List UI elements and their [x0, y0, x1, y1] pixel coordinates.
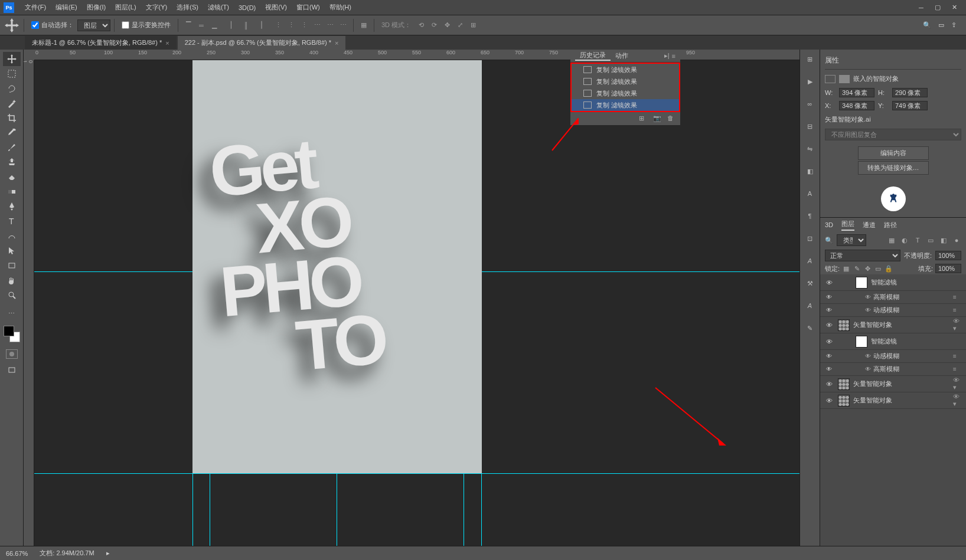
history-item[interactable]: 复制 滤镜效果 — [572, 99, 679, 111]
tab-layers[interactable]: 图层 — [841, 220, 854, 231]
align-right-icon[interactable]: ▕ — [253, 19, 266, 32]
brush-tool[interactable] — [3, 140, 21, 155]
distribute-icon[interactable]: ⋮ — [272, 19, 285, 32]
options-icon[interactable]: ⊞ — [804, 53, 816, 65]
align-left-icon[interactable]: ▏ — [227, 19, 240, 32]
magic-wand-tool[interactable] — [3, 96, 21, 110]
lasso-tool[interactable] — [3, 81, 21, 96]
distribute-icon[interactable]: ⋮ — [285, 19, 298, 32]
lock-paint-icon[interactable]: ✎ — [853, 264, 861, 273]
history-item[interactable]: 复制 滤镜效果 — [572, 64, 679, 76]
visibility-icon[interactable]: 👁 — [824, 338, 834, 345]
camera-icon[interactable]: 📷 — [653, 114, 661, 123]
canvas-area[interactable]: 0501001502002503003504004505005506006507… — [24, 50, 799, 546]
layer-row[interactable]: 👁👁动感模糊≡ — [820, 304, 966, 317]
auto-select-checkbox[interactable]: 自动选择： — [31, 21, 74, 30]
pen-tool[interactable] — [3, 199, 21, 214]
workspace-icon[interactable]: ▭ — [938, 21, 944, 29]
search-icon[interactable]: 🔍 — [825, 237, 833, 244]
menu-layer[interactable]: 图层(L) — [110, 3, 141, 12]
window-maximize-button[interactable]: ▢ — [929, 2, 946, 13]
guide-horizontal[interactable] — [34, 473, 799, 474]
tools-preset-icon[interactable]: ⚒ — [804, 277, 816, 289]
close-icon[interactable]: × — [165, 40, 169, 47]
distribute-icon[interactable]: ⋯ — [324, 19, 337, 32]
filter-pixel-icon[interactable]: ▦ — [887, 235, 896, 245]
marquee-tool[interactable] — [3, 67, 21, 81]
menu-window[interactable]: 窗口(W) — [292, 3, 325, 12]
align-hcenter-icon[interactable]: ║ — [240, 19, 253, 32]
x-input[interactable] — [839, 101, 874, 110]
filter-shape-icon[interactable]: ▭ — [926, 235, 935, 245]
lock-all-icon[interactable]: 🔒 — [885, 264, 893, 273]
edit-contents-button[interactable]: 编辑内容 — [858, 146, 929, 160]
visibility-icon[interactable]: 👁 — [824, 353, 834, 359]
character-icon[interactable]: A — [804, 188, 816, 199]
layer-comp-select[interactable]: 不应用图层复合 — [825, 129, 961, 140]
eyedropper-tool[interactable] — [3, 126, 21, 140]
window-close-button[interactable]: ✕ — [946, 2, 962, 13]
paragraph-icon[interactable]: ¶ — [804, 210, 816, 222]
threeD-icon[interactable]: ⤢ — [453, 19, 466, 32]
color-swatch[interactable] — [4, 326, 20, 342]
y-input[interactable] — [892, 101, 928, 110]
menu-icon[interactable]: ≡ — [672, 53, 675, 60]
filter-adjust-icon[interactable]: ◐ — [900, 235, 909, 245]
menu-3d[interactable]: 3D(D) — [234, 4, 260, 11]
embed-icon[interactable] — [839, 75, 850, 83]
doc-tab-2[interactable]: 222 - 副本.psd @ 66.7% (矢量智能对象, RGB/8#) * … — [178, 36, 346, 50]
layer-row[interactable]: 👁👁动感模糊≡ — [820, 350, 966, 363]
threeD-icon[interactable]: ⟲ — [415, 19, 427, 32]
tab-history[interactable]: 历史记录 — [575, 51, 611, 61]
threeD-icon[interactable]: ⟳ — [427, 19, 440, 32]
hand-tool[interactable] — [3, 273, 21, 287]
tab-actions[interactable]: 动作 — [611, 51, 633, 60]
menu-select[interactable]: 选择(S) — [172, 3, 203, 12]
quick-mask-icon[interactable] — [6, 349, 18, 359]
distribute-icon[interactable]: ⋯ — [337, 19, 350, 32]
filter-toggle-icon[interactable]: ● — [952, 235, 961, 245]
menu-filter[interactable]: 滤镜(T) — [203, 3, 234, 12]
height-input[interactable] — [892, 88, 928, 97]
distribute-icon[interactable]: ⋯ — [311, 19, 324, 32]
brush-icon[interactable]: ✎ — [804, 322, 816, 334]
auto-select-target[interactable]: 图层 — [77, 19, 110, 31]
fill-input[interactable] — [935, 264, 961, 273]
foreground-color[interactable] — [4, 326, 14, 336]
history-item[interactable]: 复制 滤镜效果 — [572, 76, 679, 87]
menu-file[interactable]: 文件(F) — [20, 3, 51, 12]
visibility-icon[interactable]: 👁 — [824, 322, 834, 329]
collapse-icon[interactable]: ▸| — [664, 52, 670, 60]
menu-help[interactable]: 帮助(H) — [325, 3, 356, 12]
filter-kind-select[interactable]: 类型 — [837, 234, 866, 246]
new-doc-icon[interactable]: ⊞ — [639, 114, 647, 123]
align-top-icon[interactable]: ▔ — [182, 19, 195, 32]
layer-row[interactable]: 👁智能滤镜 — [820, 333, 966, 350]
screen-mode[interactable] — [3, 363, 21, 378]
visibility-icon[interactable]: 👁 — [824, 397, 834, 404]
visibility-icon[interactable]: 👁 — [824, 381, 834, 388]
eraser-tool[interactable] — [3, 170, 21, 184]
search-icon[interactable]: 🔍 — [923, 21, 931, 29]
layer-row[interactable]: 👁矢量智能对象👁▾ — [820, 376, 966, 392]
shape-tool[interactable] — [3, 229, 21, 243]
crop-tool[interactable] — [3, 111, 21, 125]
zoom-tool[interactable] — [3, 288, 21, 302]
styles-icon[interactable]: ∞ — [804, 98, 816, 110]
filter-type-icon[interactable]: T — [913, 235, 922, 245]
visibility-icon[interactable]: 👁 — [824, 294, 834, 300]
path-select-tool[interactable] — [3, 244, 21, 258]
type-styles-icon[interactable]: A — [804, 255, 816, 267]
show-transform-checkbox[interactable]: 显示变换控件 — [122, 21, 171, 30]
status-expand-icon[interactable]: ▸ — [106, 549, 110, 557]
lock-artboard-icon[interactable]: ▭ — [874, 264, 882, 273]
align-vcenter-icon[interactable]: ═ — [195, 19, 208, 32]
swatches-icon[interactable]: ⊟ — [804, 120, 816, 132]
layers-icon[interactable]: ◧ — [804, 165, 816, 177]
tab-paths[interactable]: 路径 — [884, 221, 897, 230]
layer-row[interactable]: 👁👁高斯模糊≡ — [820, 291, 966, 304]
zoom-level[interactable]: 66.67% — [6, 550, 28, 557]
history-item[interactable]: 复制 滤镜效果 — [572, 87, 679, 99]
width-input[interactable] — [839, 88, 874, 97]
gradient-tool[interactable] — [3, 185, 21, 199]
